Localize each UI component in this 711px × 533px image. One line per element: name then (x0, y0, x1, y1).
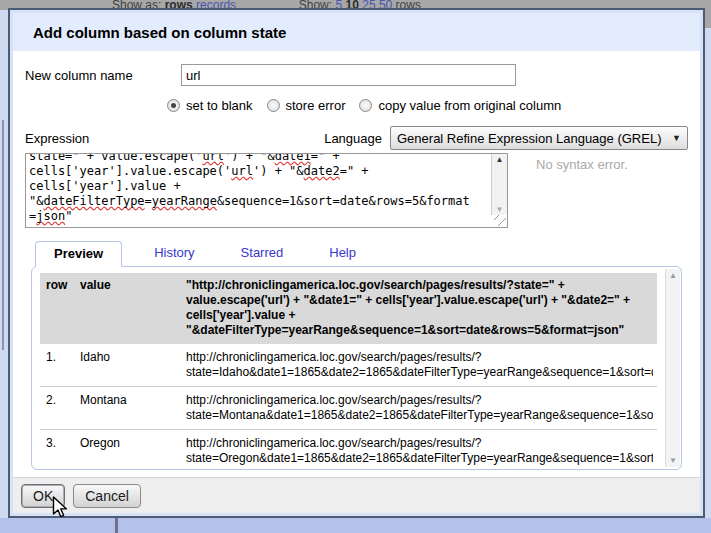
row-index: 1. (46, 350, 80, 380)
result-line2: state=Oregon&date1=1865&date2=1865&dateF… (186, 451, 653, 466)
language-select[interactable]: General Refine Expression Language (GREL… (390, 126, 688, 150)
radio-label: store error (286, 98, 346, 113)
dimmed-page-bottom (0, 518, 711, 533)
on-error-options: set to blank store error copy value from… (167, 97, 694, 113)
radio-selected-icon[interactable] (167, 99, 180, 112)
cancel-button[interactable]: Cancel (73, 484, 141, 508)
new-column-name-input[interactable] (181, 64, 516, 86)
result-line2: state=Idaho&date1=1865&date2=1865&dateFi… (186, 365, 653, 380)
tab-preview[interactable]: Preview (35, 241, 122, 267)
language-label: Language (324, 131, 382, 146)
add-column-dialog: Add column based on column state New col… (8, 8, 705, 518)
preview-row: 1. Idaho http://chroniclingamerica.loc.g… (40, 344, 657, 386)
row-value: Montana (80, 393, 186, 423)
preview-scrollbar[interactable]: ▲ ▼ (665, 269, 680, 467)
radio-unselected-icon[interactable] (267, 99, 280, 112)
row-value: Oregon (80, 436, 186, 466)
dialog-title: Add column based on column state (33, 24, 286, 41)
result-line2: state=Montana&date1=1865&date2=1865&date… (186, 408, 653, 423)
result-line1: http://chroniclingamerica.loc.gov/search… (186, 436, 653, 451)
tab-starred[interactable]: Starred (227, 241, 298, 266)
col-header-expression: "http://chroniclingamerica.loc.gov/searc… (186, 278, 653, 338)
syntax-status: No syntax error. (536, 157, 628, 228)
ok-button[interactable]: OK (21, 484, 65, 508)
row-index: 3. (46, 436, 80, 466)
textarea-scrollbar[interactable]: ▲ ▼ (491, 154, 507, 215)
col-header-value: value (80, 278, 186, 338)
radio-copy-original[interactable]: copy value from original column (359, 98, 561, 113)
preview-panel: row value "http://chroniclingamerica.loc… (31, 266, 682, 470)
new-column-name-label: New column name (25, 68, 181, 83)
result-line1: http://chroniclingamerica.loc.gov/search… (186, 350, 653, 365)
dialog-footer: OK Cancel (13, 477, 700, 513)
dialog-header: Add column based on column state (13, 13, 700, 51)
radio-label: copy value from original column (378, 98, 561, 113)
radio-set-to-blank[interactable]: set to blank (167, 98, 253, 113)
tab-help[interactable]: Help (315, 241, 370, 266)
dimmed-page-left (0, 10, 8, 533)
resize-handle-icon[interactable] (494, 215, 506, 226)
expression-text: state=" + value.escape('url') + "&date1=… (29, 154, 490, 224)
row-result: http://chroniclingamerica.loc.gov/search… (186, 350, 653, 380)
result-line1: http://chroniclingamerica.loc.gov/search… (186, 393, 653, 408)
radio-store-error[interactable]: store error (267, 98, 346, 113)
preview-row: 2. Montana http://chroniclingamerica.loc… (40, 386, 657, 429)
col-header-row: row (46, 278, 80, 338)
tab-history[interactable]: History (140, 241, 208, 266)
row-result: http://chroniclingamerica.loc.gov/search… (186, 393, 653, 423)
radio-label: set to blank (186, 98, 253, 113)
language-selected-value: General Refine Expression Language (GREL… (397, 131, 661, 146)
tab-bar: Preview History Starred Help (19, 240, 694, 266)
scroll-down-icon[interactable]: ▼ (496, 205, 504, 214)
scroll-up-icon[interactable]: ▲ (669, 271, 677, 280)
expression-textarea[interactable]: state=" + value.escape('url') + "&date1=… (25, 153, 508, 228)
scroll-up-icon[interactable]: ▲ (496, 155, 504, 164)
preview-row: 3. Oregon http://chroniclingamerica.loc.… (40, 429, 657, 470)
row-result: http://chroniclingamerica.loc.gov/search… (186, 436, 653, 466)
expression-label: Expression (25, 131, 89, 146)
row-value: Idaho (80, 350, 186, 380)
dropdown-arrow-icon: ▼ (672, 133, 681, 143)
scroll-down-icon[interactable]: ▼ (669, 456, 677, 465)
row-index: 2. (46, 393, 80, 423)
radio-unselected-icon[interactable] (359, 99, 372, 112)
preview-header-row: row value "http://chroniclingamerica.loc… (40, 273, 657, 344)
